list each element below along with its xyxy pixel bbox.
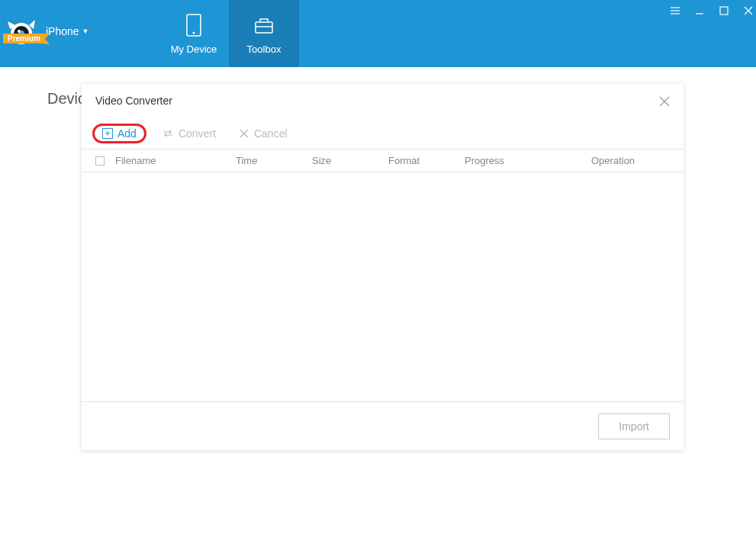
convert-label: Convert — [179, 127, 216, 140]
import-button[interactable]: Import — [598, 413, 670, 439]
col-format: Format — [388, 155, 465, 166]
toolbox-icon — [252, 13, 276, 37]
x-icon — [239, 128, 249, 139]
col-filename: Filename — [115, 155, 236, 166]
maximize-icon[interactable] — [716, 5, 732, 20]
add-button[interactable]: + Add — [92, 124, 146, 143]
nav-tab-label: My Device — [171, 43, 217, 55]
close-icon[interactable] — [658, 95, 671, 108]
modal-toolbar: + Add Convert Cancel — [82, 117, 684, 150]
col-operation: Operation — [591, 155, 670, 166]
svg-point-5 — [193, 31, 195, 34]
menu-icon[interactable] — [668, 5, 683, 20]
add-label: Add — [117, 127, 137, 140]
modal-titlebar: Video Converter — [82, 84, 684, 117]
cancel-button[interactable]: Cancel — [231, 124, 295, 143]
premium-badge: Premium — [3, 34, 45, 43]
svg-rect-6 — [256, 22, 272, 33]
table-body — [82, 172, 684, 401]
app-header: iPhone ▼ Premium My Device Toolbox — [0, 0, 756, 67]
minimize-icon[interactable] — [692, 5, 707, 20]
convert-button[interactable]: Convert — [154, 124, 224, 143]
nav-tab-my-device[interactable]: My Device — [159, 0, 229, 67]
tablet-icon — [182, 13, 206, 37]
convert-icon — [162, 127, 174, 140]
logo-section: iPhone ▼ Premium — [0, 0, 159, 67]
modal-footer: Import — [82, 401, 684, 450]
device-selector[interactable]: iPhone ▼ — [46, 25, 89, 37]
svg-point-3 — [18, 30, 21, 33]
select-all-checkbox[interactable] — [95, 156, 115, 166]
col-time: Time — [236, 155, 312, 166]
table-header: Filename Time Size Format Progress Opera… — [82, 150, 684, 172]
video-converter-modal: Video Converter + Add Convert Cancel Fil… — [82, 84, 684, 450]
cancel-label: Cancel — [254, 127, 288, 140]
svg-rect-12 — [720, 7, 728, 14]
caret-down-icon: ▼ — [82, 27, 89, 35]
window-controls — [668, 0, 756, 24]
plus-icon: + — [102, 128, 113, 139]
device-label-text: iPhone — [46, 25, 79, 37]
col-size: Size — [312, 155, 388, 166]
close-icon[interactable] — [741, 5, 756, 20]
nav-tab-toolbox[interactable]: Toolbox — [229, 0, 299, 67]
modal-title: Video Converter — [95, 95, 172, 107]
nav-tab-label: Toolbox — [247, 43, 281, 55]
col-progress: Progress — [465, 155, 591, 166]
